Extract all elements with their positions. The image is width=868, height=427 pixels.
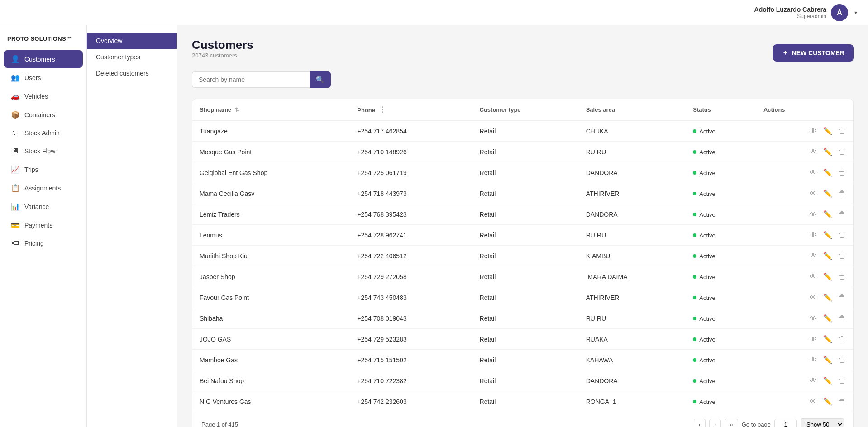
delete-icon[interactable]: 🗑 <box>839 335 846 343</box>
status-dot <box>693 129 696 133</box>
delete-icon[interactable]: 🗑 <box>839 273 846 281</box>
sidebar-item-trips[interactable]: 📈 Trips <box>4 161 83 178</box>
content-area: Customers 20743 customers ＋ NEW CUSTOMER… <box>177 25 868 427</box>
sort-icon[interactable]: ⇅ <box>235 107 239 113</box>
view-icon[interactable]: 👁 <box>810 169 817 177</box>
search-input[interactable] <box>192 71 310 88</box>
delete-icon[interactable]: 🗑 <box>839 148 846 156</box>
sidebar-label-containers: Containers <box>24 111 55 119</box>
cell-actions: 👁 ✏️ 🗑 <box>756 162 853 183</box>
cell-sales-area: RUAKA <box>579 329 686 350</box>
view-icon[interactable]: 👁 <box>810 190 817 198</box>
delete-icon[interactable]: 🗑 <box>839 356 846 364</box>
edit-icon[interactable]: ✏️ <box>823 335 832 343</box>
cell-customer-type: Retail <box>472 162 579 183</box>
goto-input[interactable] <box>774 419 797 427</box>
sidebar-item-containers[interactable]: 📦 Containers <box>4 106 83 123</box>
users-icon: 👥 <box>11 73 20 82</box>
table-header: Shop name ⇅Phone ⋮Customer typeSales are… <box>192 99 853 121</box>
sub-sidebar-item-deleted-customers[interactable]: Deleted customers <box>87 65 177 81</box>
action-icons: 👁 ✏️ 🗑 <box>763 189 846 198</box>
view-icon[interactable]: 👁 <box>810 127 817 135</box>
cell-sales-area: RONGAI 1 <box>579 391 686 412</box>
sidebar-item-variance[interactable]: 📊 Variance <box>4 198 83 215</box>
new-customer-button[interactable]: ＋ NEW CUSTOMER <box>773 44 854 62</box>
cell-sales-area: ATHIRIVER <box>579 183 686 204</box>
view-icon[interactable]: 👁 <box>810 210 817 218</box>
status-label: Active <box>699 399 715 405</box>
view-icon[interactable]: 👁 <box>810 398 817 406</box>
view-icon[interactable]: 👁 <box>810 377 817 385</box>
col-header-shop_name[interactable]: Shop name ⇅ <box>192 99 350 121</box>
next-page-button[interactable]: › <box>709 419 721 427</box>
edit-icon[interactable]: ✏️ <box>823 251 832 260</box>
sub-sidebar-item-customer-types[interactable]: Customer types <box>87 49 177 65</box>
view-icon[interactable]: 👁 <box>810 148 817 156</box>
edit-icon[interactable]: ✏️ <box>823 293 832 302</box>
sidebar-item-stock-flow[interactable]: 🖥 Stock Flow <box>4 142 83 160</box>
cell-status: Active <box>686 287 756 308</box>
edit-icon[interactable]: ✏️ <box>823 314 832 323</box>
cell-customer-type: Retail <box>472 287 579 308</box>
edit-icon[interactable]: ✏️ <box>823 189 832 198</box>
col-header-phone[interactable]: Phone ⋮ <box>350 99 472 121</box>
user-name: Adolfo Luzardo Cabrera <box>754 6 826 13</box>
cell-phone: +254 725 061719 <box>350 162 472 183</box>
trips-icon: 📈 <box>11 165 20 174</box>
edit-icon[interactable]: ✏️ <box>823 210 832 218</box>
view-icon[interactable]: 👁 <box>810 335 817 343</box>
sidebar-label-stock-flow: Stock Flow <box>24 147 55 155</box>
status-label: Active <box>699 274 715 280</box>
view-icon[interactable]: 👁 <box>810 273 817 281</box>
sidebar-item-customers[interactable]: 👤 Customers <box>4 50 83 68</box>
delete-icon[interactable]: 🗑 <box>839 127 846 135</box>
delete-icon[interactable]: 🗑 <box>839 398 846 406</box>
delete-icon[interactable]: 🗑 <box>839 377 846 385</box>
prev-page-button[interactable]: ‹ <box>694 419 706 427</box>
cell-sales-area: IMARA DAIMA <box>579 266 686 287</box>
sidebar-item-assignments[interactable]: 📋 Assignments <box>4 179 83 197</box>
view-icon[interactable]: 👁 <box>810 294 817 302</box>
sidebar-item-vehicles[interactable]: 🚗 Vehicles <box>4 87 83 105</box>
status-dot <box>693 233 696 237</box>
edit-icon[interactable]: ✏️ <box>823 168 832 177</box>
edit-icon[interactable]: ✏️ <box>823 356 832 364</box>
show-select[interactable]: Show 50 Show 10 Show 25 Show 100 <box>801 418 844 427</box>
edit-icon[interactable]: ✏️ <box>823 127 832 135</box>
edit-icon[interactable]: ✏️ <box>823 272 832 281</box>
cell-sales-area: RUIRU <box>579 225 686 246</box>
delete-icon[interactable]: 🗑 <box>839 169 846 177</box>
col-header-status: Status <box>686 99 756 121</box>
delete-icon[interactable]: 🗑 <box>839 190 846 198</box>
delete-icon[interactable]: 🗑 <box>839 294 846 302</box>
view-icon[interactable]: 👁 <box>810 314 817 323</box>
edit-icon[interactable]: ✏️ <box>823 376 832 385</box>
edit-icon[interactable]: ✏️ <box>823 231 832 239</box>
view-icon[interactable]: 👁 <box>810 231 817 239</box>
sub-sidebar-item-overview[interactable]: Overview <box>87 33 177 49</box>
edit-icon[interactable]: ✏️ <box>823 397 832 406</box>
delete-icon[interactable]: 🗑 <box>839 252 846 260</box>
sidebar-item-pricing[interactable]: 🏷 Pricing <box>4 235 83 252</box>
customers-icon: 👤 <box>11 55 20 63</box>
chevron-down-icon[interactable]: ▾ <box>854 9 857 16</box>
last-page-button[interactable]: » <box>725 419 738 427</box>
cell-phone: +254 768 395423 <box>350 204 472 225</box>
delete-icon[interactable]: 🗑 <box>839 231 846 239</box>
cell-customer-type: Retail <box>472 246 579 266</box>
delete-icon[interactable]: 🗑 <box>839 314 846 323</box>
search-button[interactable]: 🔍 <box>310 71 331 88</box>
view-icon[interactable]: 👁 <box>810 252 817 260</box>
sidebar-item-stock-admin[interactable]: 🗂 Stock Admin <box>4 124 83 142</box>
avatar[interactable]: A <box>831 4 848 21</box>
sidebar-item-users[interactable]: 👥 Users <box>4 69 83 86</box>
status-dot <box>693 400 696 403</box>
stock-flow-icon: 🖥 <box>11 147 20 155</box>
sidebar-item-payments[interactable]: 💳 Payments <box>4 216 83 234</box>
delete-icon[interactable]: 🗑 <box>839 210 846 218</box>
status-badge: Active <box>693 294 715 301</box>
view-icon[interactable]: 👁 <box>810 356 817 364</box>
user-menu[interactable]: Adolfo Luzardo Cabrera Superadmin A ▾ <box>754 4 857 21</box>
edit-icon[interactable]: ✏️ <box>823 147 832 156</box>
more-icon[interactable]: ⋮ <box>379 106 386 114</box>
